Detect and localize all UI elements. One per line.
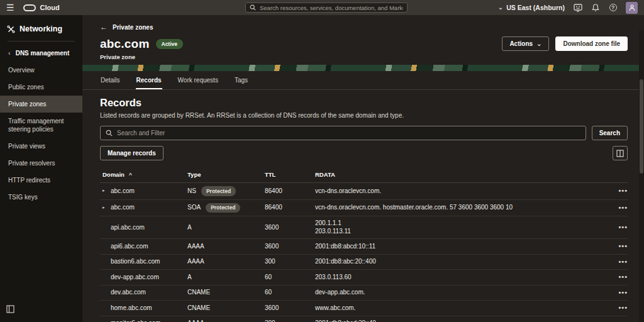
- sidebar-item-overview[interactable]: Overview: [0, 62, 82, 79]
- table-row[interactable]: ▸ dev-app.abc.com A 60 203.0.113.60 •••: [100, 270, 628, 286]
- row-domain: dev-app.abc.com: [111, 274, 159, 282]
- row-domain: monitor6.abc.com: [111, 319, 160, 322]
- column-header-domain[interactable]: Domain^: [100, 171, 187, 178]
- row-ttl: 3600: [265, 224, 315, 232]
- brand-logo[interactable]: Cloud: [23, 4, 60, 11]
- actions-button[interactable]: Actions ⌄: [502, 36, 549, 51]
- row-rdata: 2001:db8:abc:20::400: [315, 258, 605, 266]
- manage-records-button[interactable]: Manage records: [100, 146, 164, 160]
- row-type: NS: [187, 187, 196, 196]
- records-search-placeholder: Search and Filter: [117, 130, 165, 136]
- topbar-right-controls: ⌄ US East (Ashburn) ?: [498, 2, 638, 14]
- sidebar-item-tsig-keys[interactable]: TSIG keys: [0, 189, 82, 206]
- row-ttl: 300: [265, 258, 315, 266]
- row-actions-menu-icon[interactable]: •••: [618, 187, 628, 194]
- profile-avatar[interactable]: [626, 2, 638, 14]
- tab-tags[interactable]: Tags: [234, 71, 248, 89]
- scrollbar-thumb[interactable]: [640, 79, 643, 174]
- table-columns-icon[interactable]: [613, 146, 628, 160]
- oracle-logo-icon: [23, 4, 36, 11]
- tab-details[interactable]: Details: [100, 71, 121, 89]
- row-rdata: dev-app.abc.com.: [315, 289, 605, 297]
- search-icon: [106, 130, 113, 136]
- row-domain: dev.abc.com: [111, 289, 146, 297]
- row-ttl: 300: [265, 319, 315, 322]
- records-search-input[interactable]: Search and Filter: [100, 126, 586, 140]
- sidebar-back-dns-management[interactable]: ‹ DNS management: [0, 44, 82, 62]
- decorative-banner: [82, 65, 644, 71]
- row-type: A: [187, 274, 192, 282]
- hamburger-menu-icon[interactable]: ☰: [6, 3, 14, 12]
- tab-bar: DetailsRecordsWork requestsTags: [82, 71, 644, 90]
- row-actions-menu-icon[interactable]: •••: [618, 304, 628, 311]
- tab-work-requests[interactable]: Work requests: [177, 71, 219, 89]
- row-domain: api6.abc.com: [111, 243, 148, 251]
- row-ttl: 60: [265, 289, 315, 297]
- row-type: CNAME: [187, 304, 210, 313]
- table-row[interactable]: ▸ dev.abc.com CNAME 60 dev-app.abc.com. …: [100, 286, 628, 301]
- chevron-down-icon: ⌄: [498, 4, 503, 11]
- protected-badge: Protected: [206, 203, 240, 213]
- row-rdata: vcn-dns.oraclevcn.com.: [315, 187, 605, 196]
- table-row[interactable]: ▸ api.abc.com A 3600 200.1.1.1203.0.113.…: [100, 216, 628, 239]
- sidebar-divider: [8, 41, 75, 42]
- sidebar-item-private-views[interactable]: Private views: [0, 138, 82, 155]
- breadcrumb-label: Private zones: [113, 24, 153, 31]
- row-actions-menu-icon[interactable]: •••: [618, 223, 628, 231]
- row-actions-menu-icon[interactable]: •••: [618, 273, 628, 280]
- table-row[interactable]: ▸ home.abc.com CNAME 3600 www.abc.com. •…: [100, 301, 628, 316]
- help-icon[interactable]: ?: [608, 3, 618, 13]
- notifications-bell-icon[interactable]: [591, 3, 600, 13]
- row-actions-menu-icon[interactable]: •••: [618, 289, 628, 296]
- cloud-shell-icon[interactable]: [573, 3, 582, 13]
- row-domain: abc.com: [111, 204, 135, 212]
- global-search-input[interactable]: Search resources, services, documentatio…: [245, 3, 408, 13]
- search-button[interactable]: Search: [592, 126, 628, 140]
- chevron-down-icon: ⌄: [536, 41, 541, 47]
- row-ttl: 60: [265, 274, 315, 282]
- row-actions-menu-icon[interactable]: •••: [618, 319, 628, 322]
- breadcrumb[interactable]: ← Private zones: [100, 23, 628, 31]
- status-badge: Active: [156, 39, 184, 49]
- protected-badge: Protected: [201, 186, 236, 196]
- row-actions-menu-icon[interactable]: •••: [618, 204, 628, 211]
- sidebar-item-private-zones[interactable]: Private zones: [0, 96, 82, 113]
- records-description: Listed records are grouped by RRSet. An …: [100, 112, 628, 119]
- region-selector[interactable]: ⌄ US East (Ashburn): [498, 4, 565, 11]
- row-rdata: 2001:db8:abcd:10::11: [315, 243, 605, 251]
- expand-caret-icon[interactable]: ▸: [103, 205, 107, 211]
- table-row[interactable]: ▸ abc.com SOA Protected 86400 vcn-dns.or…: [100, 200, 628, 217]
- row-type: AAAA: [187, 319, 204, 322]
- networking-icon: [7, 25, 15, 33]
- row-domain: abc.com: [111, 187, 135, 196]
- sidebar-item-public-zones[interactable]: Public zones: [0, 79, 82, 96]
- row-rdata: 203.0.113.60: [315, 274, 605, 282]
- download-zone-file-button[interactable]: Download zone file: [555, 36, 628, 51]
- tab-records[interactable]: Records: [136, 71, 162, 89]
- row-type: AAAA: [187, 258, 204, 266]
- row-type: SOA: [187, 204, 201, 212]
- column-header-type[interactable]: Type: [187, 171, 265, 178]
- sidebar-title-label: Networking: [19, 25, 62, 33]
- row-domain: api.abc.com: [111, 224, 145, 232]
- row-rdata: 200.1.1.1203.0.113.11: [315, 219, 605, 235]
- table-row[interactable]: ▸ bastion6.abc.com AAAA 300 2001:db8:abc…: [100, 255, 628, 270]
- vertical-scrollbar[interactable]: [639, 30, 644, 322]
- sidebar-item-http-redirects[interactable]: HTTP redirects: [0, 172, 82, 189]
- row-ttl: 3600: [265, 243, 315, 251]
- table-row[interactable]: ▸ abc.com NS Protected 86400 vcn-dns.ora…: [100, 183, 628, 200]
- brand-label: Cloud: [40, 4, 60, 11]
- expand-caret-icon[interactable]: ▸: [103, 188, 107, 194]
- table-row[interactable]: ▸ monitor6.abc.com AAAA 300 2001:db8:abc…: [100, 316, 628, 322]
- collapse-sidebar-icon[interactable]: [6, 304, 14, 316]
- table-row[interactable]: ▸ api6.abc.com AAAA 3600 2001:db8:abcd:1…: [100, 239, 628, 255]
- column-header-rdata[interactable]: RDATA: [315, 171, 605, 178]
- row-actions-menu-icon[interactable]: •••: [618, 242, 628, 250]
- chevron-left-icon: ‹: [8, 50, 11, 57]
- sidebar-item-private-resolvers[interactable]: Private resolvers: [0, 155, 82, 172]
- row-actions-menu-icon[interactable]: •••: [618, 258, 628, 265]
- sidebar-back-label: DNS management: [16, 50, 70, 57]
- sidebar-item-traffic-management-steering-policies[interactable]: Traffic management steering policies: [0, 113, 82, 138]
- topbar: ☰ Cloud Search resources, services, docu…: [0, 0, 644, 15]
- column-header-ttl[interactable]: TTL: [265, 171, 315, 178]
